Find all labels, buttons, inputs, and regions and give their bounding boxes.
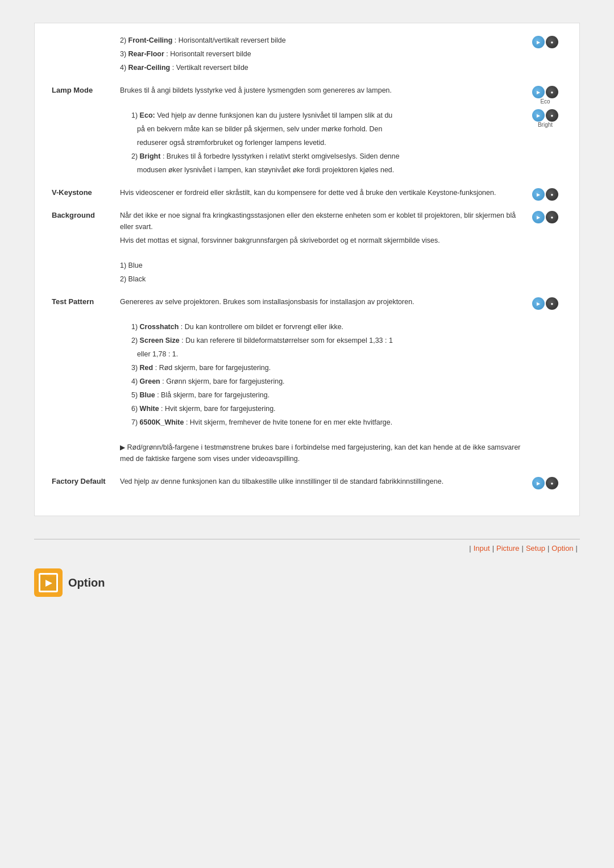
factory-default-label: Factory Default bbox=[52, 476, 120, 485]
svg-rect-1 bbox=[38, 575, 47, 579]
background-icon bbox=[528, 210, 562, 223]
test-pattern-desc-1: Genereres av selve projektoren. Brukes s… bbox=[120, 296, 528, 308]
projection-nav-left[interactable] bbox=[532, 36, 545, 48]
lamp-eco-icon-row: Eco bbox=[532, 86, 558, 105]
factory-default-nav-right[interactable] bbox=[546, 477, 558, 489]
lamp-bright-item: 2) Bright : Brukes til å forbedre lyssty… bbox=[120, 151, 528, 162]
lamp-bright-nav-left[interactable] bbox=[532, 109, 545, 122]
test-pattern-item-4: 4) Green : Grønn skjerm, bare for fargej… bbox=[120, 376, 528, 387]
lamp-eco-nav-pair[interactable] bbox=[532, 86, 558, 98]
projection-mode-icon bbox=[528, 35, 562, 48]
lamp-eco-label: Eco bbox=[540, 98, 550, 105]
factory-default-icon bbox=[528, 476, 562, 489]
projection-nav-right[interactable] bbox=[546, 36, 558, 48]
v-keystone-label: V-Keystone bbox=[52, 187, 120, 197]
nav-setup-link[interactable]: Setup bbox=[526, 544, 545, 553]
background-label: Background bbox=[52, 210, 120, 219]
lamp-mode-description: Brukes til å angi bildets lysstyrke ved … bbox=[120, 85, 528, 96]
main-content: 2) Front-Ceiling : Horisontalt/vertikalt… bbox=[34, 23, 580, 516]
test-pattern-item-6: 6) White : Hvit skjerm, bare for fargeju… bbox=[120, 403, 528, 414]
nav-separator-1: | bbox=[492, 544, 494, 553]
test-pattern-section: Test Pattern Genereres av selve projekto… bbox=[52, 296, 562, 467]
option-folder-icon bbox=[34, 568, 63, 597]
option-folder-svg bbox=[36, 571, 60, 595]
lamp-mode-icon: Eco Bright bbox=[528, 85, 562, 128]
background-nav-pair[interactable] bbox=[532, 211, 558, 223]
svg-marker-2 bbox=[45, 580, 52, 587]
background-section: Background Når det ikke er noe signal fr… bbox=[52, 210, 562, 287]
v-keystone-body: Hvis videoscener er fordreid eller skrås… bbox=[120, 187, 528, 201]
background-line-2: Hvis det mottas et signal, forsvinner ba… bbox=[120, 235, 528, 246]
v-keystone-nav-pair[interactable] bbox=[532, 188, 558, 201]
test-pattern-nav-pair[interactable] bbox=[532, 297, 558, 310]
test-pattern-item-3: 3) Red : Rød skjerm, bare for fargejuste… bbox=[120, 362, 528, 373]
lamp-mode-section: Lamp Mode Brukes til å angi bildets lyss… bbox=[52, 85, 562, 178]
v-keystone-nav-right[interactable] bbox=[546, 188, 558, 201]
page-wrapper: 2) Front-Ceiling : Horisontalt/vertikalt… bbox=[0, 0, 614, 868]
lamp-eco-item: 1) Eco: Ved hjelp av denne funksjonen ka… bbox=[120, 110, 528, 121]
v-keystone-nav-left[interactable] bbox=[532, 188, 545, 201]
option-label: Option bbox=[68, 576, 105, 589]
v-keystone-description: Hvis videoscener er fordreid eller skrås… bbox=[120, 187, 528, 198]
nav-separator-4: | bbox=[576, 544, 578, 553]
projection-mode-section: 2) Front-Ceiling : Horisontalt/vertikalt… bbox=[52, 35, 562, 76]
projection-mode-item-3: 3) Rear-Floor : Horisontalt reversert bi… bbox=[120, 48, 528, 60]
test-pattern-body: Genereres av selve projektoren. Brukes s… bbox=[120, 296, 528, 467]
test-pattern-item-5: 5) Blue : Blå skjerm, bare for fargejust… bbox=[120, 389, 528, 401]
test-pattern-note: ▶ Rød/grønn/blå-fargene i testmønstrene … bbox=[120, 442, 528, 464]
nav-bar: | Input | Picture | Setup | Option | bbox=[0, 539, 614, 557]
projection-mode-item-2: 2) Front-Ceiling : Horisontalt/vertikalt… bbox=[120, 35, 528, 46]
nav-picture-link[interactable]: Picture bbox=[496, 544, 519, 553]
test-pattern-nav-left[interactable] bbox=[532, 297, 545, 310]
lamp-mode-label: Lamp Mode bbox=[52, 85, 120, 94]
projection-mode-label bbox=[52, 35, 120, 36]
factory-default-section: Factory Default Ved hjelp av denne funks… bbox=[52, 476, 562, 489]
svg-rect-0 bbox=[38, 576, 59, 591]
factory-default-body: Ved hjelp av denne funksjonen kan du til… bbox=[120, 476, 528, 489]
test-pattern-nav-right[interactable] bbox=[546, 297, 558, 310]
lamp-eco-nav-left[interactable] bbox=[532, 86, 545, 98]
background-nav-left[interactable] bbox=[532, 211, 545, 223]
nav-separator-0: | bbox=[469, 544, 471, 553]
test-pattern-icon bbox=[528, 296, 562, 310]
nav-separator-2: | bbox=[522, 544, 524, 553]
factory-default-nav-pair[interactable] bbox=[532, 477, 558, 489]
test-pattern-item-2b: eller 1,78 : 1. bbox=[120, 348, 528, 360]
lamp-bright-icon-row: Bright bbox=[532, 109, 558, 128]
nav-separator-3: | bbox=[547, 544, 549, 553]
projection-mode-item-4: 4) Rear-Ceiling : Vertikalt reversert bi… bbox=[120, 62, 528, 73]
background-line-1: Når det ikke er noe signal fra kringkast… bbox=[120, 210, 528, 232]
lamp-bright-nav-pair[interactable] bbox=[532, 109, 558, 122]
background-item-1: 1) Blue bbox=[120, 260, 528, 271]
test-pattern-item-2: 2) Screen Size : Du kan referere til bil… bbox=[120, 335, 528, 346]
lamp-eco-item-2: på en bekvern måte kan se bilder på skje… bbox=[120, 123, 528, 135]
lamp-eco-item-3: reduserer også strømforbruket og forleng… bbox=[120, 137, 528, 148]
test-pattern-item-1: 1) Crosshatch : Du kan kontrollere om bi… bbox=[120, 321, 528, 333]
projection-mode-nav-pair[interactable] bbox=[532, 36, 558, 48]
test-pattern-item-7: 7) 6500K_White : Hvit skjerm, fremhever … bbox=[120, 417, 528, 428]
lamp-eco-nav-right[interactable] bbox=[546, 86, 558, 98]
v-keystone-icon bbox=[528, 187, 562, 201]
lamp-mode-body: Brukes til å angi bildets lysstyrke ved … bbox=[120, 85, 528, 178]
background-nav-right[interactable] bbox=[546, 211, 558, 223]
lamp-bright-label: Bright bbox=[538, 122, 553, 128]
background-body: Når det ikke er noe signal fra kringkast… bbox=[120, 210, 528, 287]
option-section: Option bbox=[0, 557, 614, 620]
test-pattern-label: Test Pattern bbox=[52, 296, 120, 306]
lamp-bright-nav-right[interactable] bbox=[546, 109, 558, 122]
v-keystone-section: V-Keystone Hvis videoscener er fordreid … bbox=[52, 187, 562, 201]
nav-option-link[interactable]: Option bbox=[551, 544, 573, 553]
background-item-2: 2) Black bbox=[120, 273, 528, 285]
nav-input-link[interactable]: Input bbox=[474, 544, 490, 553]
factory-default-description: Ved hjelp av denne funksjonen kan du til… bbox=[120, 476, 528, 487]
factory-default-nav-left[interactable] bbox=[532, 477, 545, 489]
projection-mode-body: 2) Front-Ceiling : Horisontalt/vertikalt… bbox=[120, 35, 528, 76]
lamp-bright-item-2: modusen øker lysnivået i lampen, kan stø… bbox=[120, 164, 528, 176]
